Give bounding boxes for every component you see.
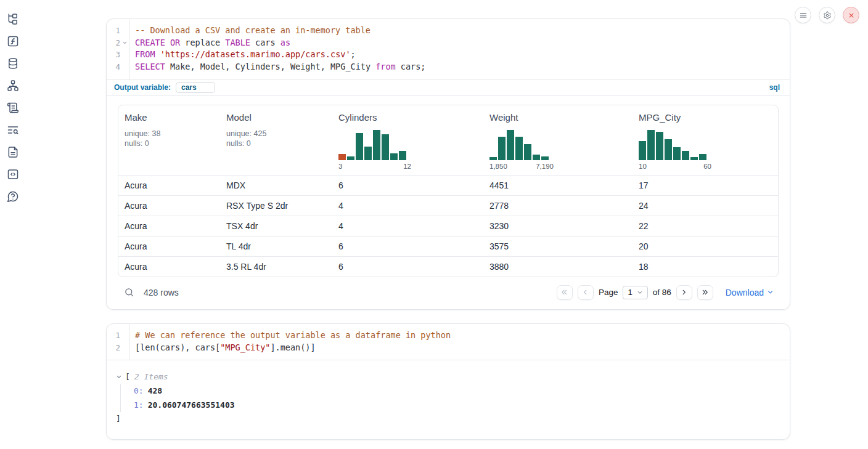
histogram-bar — [489, 157, 497, 160]
column-header-mpg_city[interactable]: MPG_City — [639, 112, 772, 123]
code-token: -- Download a CSV and create an in-memor… — [135, 25, 371, 35]
code-line[interactable]: 1-- Download a CSV and create an in-memo… — [107, 25, 790, 37]
page-select-value: 1 — [628, 288, 632, 297]
collapse-chevron-icon[interactable] — [116, 374, 123, 380]
logs-icon[interactable] — [7, 124, 19, 136]
code-text: [len(cars), cars["MPG_City"].mean()] — [129, 342, 316, 354]
code-line[interactable]: 2[len(cars), cars["MPG_City"].mean()] — [107, 342, 790, 354]
column-header-make[interactable]: Make — [125, 112, 214, 123]
fold-chevron-icon[interactable] — [120, 37, 129, 49]
histogram-bar — [699, 154, 706, 160]
table-row[interactable]: AcuraRSX Type S 2dr4277824 — [118, 195, 778, 216]
code-token: from — [375, 62, 396, 71]
table-cell: TL 4dr — [220, 241, 332, 251]
table-footer: 428 rows Page 1 of 86 Download — [118, 277, 779, 309]
histogram-bar — [647, 130, 655, 160]
table-header-row: Makeunique: 38nulls: 0Modelunique: 425nu… — [118, 105, 778, 175]
table-cell: 2778 — [483, 201, 633, 211]
axis-max-label: 12 — [403, 163, 411, 170]
line-number: 2 — [107, 342, 120, 354]
code-token: # We can reference the output variable a… — [135, 330, 451, 340]
settings-button[interactable] — [819, 7, 835, 23]
table-column-header: MPG_City1060 — [633, 105, 778, 175]
table-row[interactable]: AcuraMDX6445117 — [118, 175, 778, 195]
code-token: "MPG_City" — [220, 342, 270, 352]
histogram-bars — [489, 128, 549, 160]
last-page-button[interactable] — [697, 285, 713, 300]
code-token: replace — [180, 38, 225, 47]
code-text: -- Download a CSV and create an in-memor… — [129, 25, 371, 37]
table-cell: Acura — [118, 221, 220, 231]
dependency-graph-icon[interactable] — [7, 79, 19, 92]
fold-spacer — [120, 49, 129, 61]
axis-max-label: 7,190 — [536, 163, 554, 170]
code-line[interactable]: 4SELECT Make, Model, Cylinders, Weight, … — [107, 61, 790, 73]
help-icon[interactable] — [7, 190, 19, 203]
code-token: [len(cars), cars[ — [135, 342, 220, 352]
column-stat: unique: 38 — [125, 129, 214, 139]
code-line[interactable]: 1# We can reference the output variable … — [107, 330, 790, 342]
menu-button[interactable] — [795, 7, 811, 23]
code-line[interactable]: 2CREATE OR replace TABLE cars as — [107, 37, 790, 49]
data-sources-icon[interactable] — [7, 57, 19, 70]
code-token: cars — [250, 38, 280, 47]
snippets-icon[interactable] — [7, 168, 19, 180]
line-number: 1 — [107, 25, 120, 37]
column-stats: unique: 38nulls: 0 — [125, 129, 214, 149]
code-text: FROM 'https://datasets.marimo.app/cars.c… — [129, 49, 356, 61]
notebook: 1-- Download a CSV and create an in-memo… — [106, 18, 790, 440]
tree-entry-index: 0: — [134, 386, 144, 395]
code-token: ; — [351, 49, 356, 59]
close-bracket: ] — [116, 414, 779, 423]
table-row[interactable]: AcuraTL 4dr6357520 — [118, 236, 778, 256]
histogram-bar — [338, 154, 346, 160]
output-variable-label: Output variable: — [114, 83, 171, 92]
code-token: ].mean()] — [270, 342, 315, 352]
column-stat: nulls: 0 — [125, 139, 214, 149]
table-column-header: Weight1,8507,190 — [483, 105, 633, 175]
output-variable-row: Output variable: cars sql — [107, 79, 790, 96]
sql-editor[interactable]: 1-- Download a CSV and create an in-memo… — [107, 19, 790, 79]
file-explorer-icon[interactable] — [7, 13, 19, 25]
search-icon[interactable] — [124, 287, 135, 298]
download-button[interactable]: Download — [726, 288, 774, 297]
page-select[interactable]: 1 — [623, 286, 647, 299]
code-line[interactable]: 3FROM 'https://datasets.marimo.app/cars.… — [107, 49, 790, 61]
column-stat: unique: 425 — [226, 129, 326, 139]
table-column-header: Cylinders312 — [332, 105, 483, 175]
next-page-button[interactable] — [676, 285, 692, 300]
open-bracket: [ — [125, 372, 130, 381]
code-text: CREATE OR replace TABLE cars as — [129, 37, 290, 49]
first-page-button — [557, 285, 573, 300]
prev-page-button — [578, 285, 594, 300]
table-cell: 4451 — [483, 180, 633, 190]
code-token: CREATE — [135, 38, 165, 47]
table-row[interactable]: AcuraTSX 4dr4323022 — [118, 216, 778, 236]
scratchpad-icon[interactable] — [7, 102, 19, 114]
table-cell: 20 — [633, 241, 778, 251]
histogram-bar — [373, 130, 380, 160]
output-variable-input[interactable]: cars — [176, 82, 215, 93]
column-header-model[interactable]: Model — [226, 112, 326, 123]
table-row[interactable]: Acura3.5 RL 4dr6388018 — [118, 256, 778, 277]
data-table: Makeunique: 38nulls: 0Modelunique: 425nu… — [118, 105, 779, 277]
variables-icon[interactable] — [7, 35, 19, 47]
fold-spacer — [120, 342, 129, 354]
table-cell: Acura — [118, 180, 220, 190]
column-histogram: 1060 — [639, 128, 772, 170]
table-cell: 22 — [633, 221, 778, 231]
column-header-weight[interactable]: Weight — [489, 112, 626, 123]
python-editor[interactable]: 1# We can reference the output variable … — [107, 324, 790, 360]
histogram-bar — [524, 144, 531, 160]
table-cell: MDX — [220, 180, 332, 190]
histogram-bar — [533, 155, 540, 160]
fold-spacer — [120, 330, 129, 342]
histogram-bar — [390, 153, 398, 160]
column-header-cylinders[interactable]: Cylinders — [338, 112, 477, 123]
documentation-icon[interactable] — [7, 146, 19, 158]
table-body: AcuraMDX6445117AcuraRSX Type S 2dr427782… — [118, 175, 778, 277]
tree-entry-value: 428 — [148, 386, 162, 395]
code-text: # We can reference the output variable a… — [129, 330, 451, 342]
shutdown-button[interactable] — [843, 7, 859, 23]
table-cell: 4 — [332, 201, 483, 211]
